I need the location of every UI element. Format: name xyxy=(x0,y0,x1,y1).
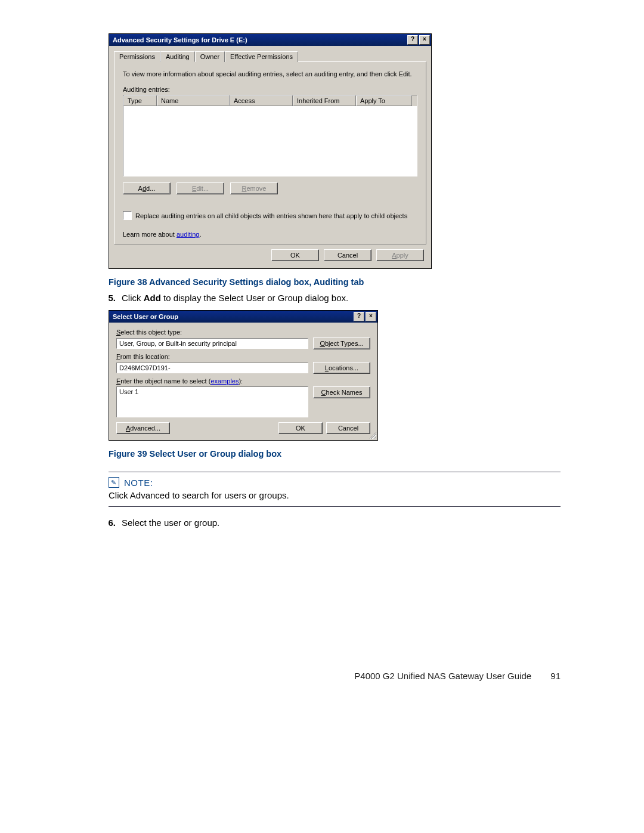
object-type-field: User, Group, or Built-in security princi… xyxy=(116,338,308,349)
note-text: Click Advanced to search for users or gr… xyxy=(109,490,561,500)
object-types-button[interactable]: Object Types... xyxy=(313,337,370,349)
figure-39-caption: Figure 39 Select User or Group dialog bo… xyxy=(109,449,561,459)
locations-button[interactable]: Locations... xyxy=(313,362,370,374)
col-access[interactable]: Access xyxy=(230,95,293,106)
auditing-link[interactable]: auditing xyxy=(177,231,200,238)
tab-strip: Permissions Auditing Owner Effective Per… xyxy=(114,51,426,61)
tab-effective-permissions[interactable]: Effective Permissions xyxy=(225,51,298,62)
ok-button[interactable]: OK xyxy=(278,422,323,434)
location-label: From this location: xyxy=(116,353,370,360)
help-icon[interactable]: ? xyxy=(407,35,418,45)
col-apply-to[interactable]: Apply To xyxy=(356,95,412,106)
remove-button: Remove xyxy=(230,182,278,194)
auditing-instruction: To view more information about special a… xyxy=(123,70,417,78)
ok-button[interactable]: OK xyxy=(271,249,319,261)
tab-permissions[interactable]: Permissions xyxy=(114,51,160,62)
entries-label: Auditing entries: xyxy=(123,86,417,93)
col-type[interactable]: Type xyxy=(123,95,157,106)
close-icon[interactable]: × xyxy=(366,312,376,321)
object-name-input[interactable]: User 1 xyxy=(116,386,308,417)
note: ✎ NOTE: Click Advanced to search for use… xyxy=(109,472,561,507)
replace-entries-label: Replace auditing entries on all child ob… xyxy=(135,212,407,219)
step-5: 5. Click Add to display the Select User … xyxy=(101,293,561,303)
tab-owner[interactable]: Owner xyxy=(195,51,225,62)
help-icon[interactable]: ? xyxy=(354,312,364,321)
add-button[interactable]: Add... xyxy=(123,182,171,194)
dialog-title: Advanced Security Settings for Drive E (… xyxy=(113,36,247,44)
figure-38-caption: Figure 38 Advanced Security Settings dia… xyxy=(109,277,561,287)
dialog-title: Select User or Group xyxy=(113,313,178,320)
advanced-security-dialog: Advanced Security Settings for Drive E (… xyxy=(109,33,432,269)
auditing-panel: To view more information about special a… xyxy=(114,61,426,244)
apply-button: Apply xyxy=(376,249,424,261)
col-name[interactable]: Name xyxy=(157,95,230,106)
select-user-group-dialog: Select User or Group ? × Select this obj… xyxy=(109,310,378,441)
step-number: 6. xyxy=(101,518,116,528)
cancel-button[interactable]: Cancel xyxy=(324,249,371,261)
replace-entries-checkbox[interactable] xyxy=(123,211,132,220)
close-icon[interactable]: × xyxy=(419,35,430,45)
tab-auditing[interactable]: Auditing xyxy=(160,51,195,62)
dialog-titlebar: Advanced Security Settings for Drive E (… xyxy=(109,34,431,46)
learn-more: Learn more about auditing. xyxy=(123,231,417,238)
resize-grip-icon[interactable] xyxy=(369,432,376,439)
object-type-label: Select this object type: xyxy=(116,329,370,336)
page-footer: P4000 G2 Unified NAS Gateway User Guide … xyxy=(101,671,561,681)
location-field: D246MC97D191- xyxy=(116,363,308,373)
edit-button: Edit... xyxy=(177,182,224,194)
col-inherited-from[interactable]: Inherited From xyxy=(293,95,356,106)
dialog-titlebar: Select User or Group ? × xyxy=(109,311,377,323)
advanced-button[interactable]: Advanced... xyxy=(116,422,170,434)
cancel-button[interactable]: Cancel xyxy=(326,422,370,434)
auditing-entries-list[interactable]: Type Name Access Inherited From Apply To xyxy=(123,95,417,176)
step-number: 5. xyxy=(101,293,116,303)
note-label: NOTE: xyxy=(124,478,153,488)
step-6: 6. Select the user or group. xyxy=(101,518,561,528)
object-name-label: Enter the object name to select (example… xyxy=(116,377,370,385)
examples-link[interactable]: examples xyxy=(210,377,239,385)
page-number: 91 xyxy=(550,671,561,681)
note-icon: ✎ xyxy=(109,477,119,488)
check-names-button[interactable]: Check Names xyxy=(313,386,370,398)
